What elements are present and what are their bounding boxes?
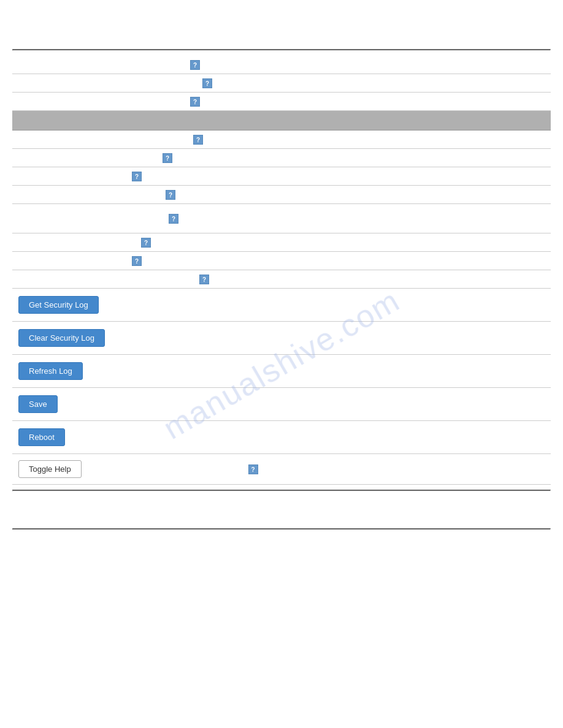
help-icon-1[interactable]: ? [190, 60, 200, 70]
get-security-log-row: Get Security Log [12, 289, 551, 322]
get-security-log-button[interactable]: Get Security Log [18, 296, 99, 314]
clear-security-log-button[interactable]: Clear Security Log [18, 329, 105, 347]
footer-divider [12, 528, 551, 530]
table-row: ? [12, 270, 551, 289]
help-icon-8[interactable]: ? [169, 214, 178, 224]
table-row: ? [12, 186, 551, 204]
help-icon-5[interactable]: ? [163, 153, 172, 163]
toggle-help-row: Toggle Help ? [12, 454, 551, 485]
table-row: ? [12, 56, 551, 74]
clear-security-log-row: Clear Security Log [12, 322, 551, 355]
reboot-row: Reboot [12, 421, 551, 454]
table-row: ? [12, 167, 551, 186]
help-icon-7[interactable]: ? [166, 190, 175, 200]
table-row: ? [12, 233, 551, 252]
table-row: ? [12, 74, 551, 93]
table-row: ? [12, 204, 551, 233]
table-row: ? [12, 93, 551, 111]
help-icon-2[interactable]: ? [202, 78, 212, 88]
help-icon-6[interactable]: ? [132, 172, 142, 181]
save-row: Save [12, 388, 551, 421]
refresh-log-row: Refresh Log [12, 355, 551, 388]
page-wrapper: ? ? ? ? ? ? ? ? ? ? [0, 0, 563, 579]
reboot-button[interactable]: Reboot [18, 428, 65, 446]
save-button[interactable]: Save [18, 395, 58, 413]
help-icon-9[interactable]: ? [141, 238, 151, 248]
toggle-help-button[interactable]: Toggle Help [18, 460, 82, 478]
help-icon-4[interactable]: ? [193, 135, 203, 145]
table-row: ? [12, 131, 551, 149]
section-header-row [12, 111, 551, 131]
table-row: ? [12, 252, 551, 270]
refresh-log-button[interactable]: Refresh Log [18, 362, 83, 380]
help-icon-10[interactable]: ? [132, 256, 142, 266]
help-icon-3[interactable]: ? [190, 97, 200, 107]
help-icon-11[interactable]: ? [199, 275, 209, 284]
table-row: ? [12, 149, 551, 167]
help-icon-toggle[interactable]: ? [248, 464, 258, 474]
